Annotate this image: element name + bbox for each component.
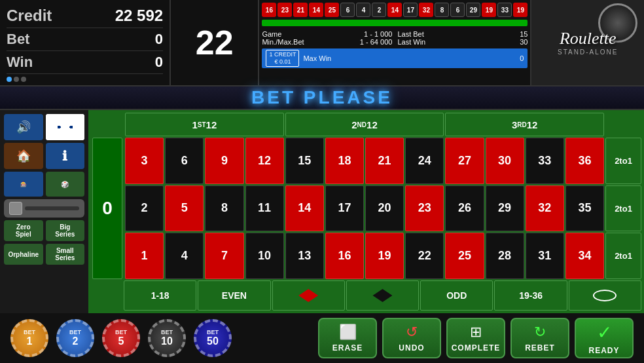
number-cell[interactable]: 1: [125, 233, 164, 279]
last-win-row: Last Win 30: [397, 38, 528, 46]
rebet-button[interactable]: ↻ REBET: [510, 318, 569, 358]
number-cell[interactable]: 9: [205, 138, 243, 184]
dot: [21, 77, 26, 82]
number-cell[interactable]: 34: [565, 233, 604, 279]
erase-button[interactable]: ⬜ ERASE: [318, 318, 377, 358]
two-to-one-bot[interactable]: 2to1: [605, 233, 641, 279]
number-cell[interactable]: 29: [486, 185, 524, 232]
number-panel: 22: [171, 0, 259, 85]
orphaline-button[interactable]: Orphaline: [4, 244, 43, 265]
info-button[interactable]: ℹ: [46, 143, 85, 169]
home-button[interactable]: 🏠: [4, 143, 43, 169]
rebet-label: REBET: [525, 343, 555, 353]
number-cell[interactable]: 25: [445, 233, 484, 279]
sound-button[interactable]: 🔊: [4, 114, 43, 140]
number-cell[interactable]: 28: [486, 233, 524, 279]
number-cell[interactable]: 21: [365, 138, 404, 184]
chip-5[interactable]: BET 5: [102, 319, 140, 357]
zero-col: 0: [91, 138, 124, 279]
bet-type-1[interactable]: 🎰: [4, 172, 43, 197]
chip-10[interactable]: BET 10: [148, 319, 186, 357]
number-cell[interactable]: 18: [325, 138, 364, 184]
number-cell[interactable]: 22: [405, 233, 444, 279]
zero-spiel-button[interactable]: ZeroSpiel: [4, 220, 43, 241]
number-cell[interactable]: 16: [325, 233, 364, 279]
number-cell[interactable]: 32: [526, 185, 564, 232]
history-number: 25: [325, 3, 339, 17]
dozen-3[interactable]: 3RD 12: [445, 113, 604, 136]
number-cell[interactable]: 17: [325, 185, 364, 232]
current-number: 22: [196, 26, 234, 60]
slider-handle[interactable]: [9, 202, 22, 215]
big-series-button[interactable]: BigSeries: [46, 220, 85, 241]
bet-please-text: BET PLEASE: [251, 87, 393, 108]
number-cell[interactable]: 30: [486, 138, 524, 184]
number-cell[interactable]: 12: [245, 138, 284, 184]
number-cell[interactable]: 6: [165, 138, 204, 184]
last-win-value: 30: [520, 38, 528, 46]
number-cell[interactable]: 4: [165, 233, 204, 279]
chip-50[interactable]: BET 50: [194, 319, 232, 357]
number-cell[interactable]: 8: [205, 185, 243, 232]
number-cell[interactable]: 11: [245, 185, 284, 232]
bet-even[interactable]: EVEN: [198, 280, 270, 311]
history-number: 32: [419, 3, 433, 17]
last-win-label: Last Win: [397, 38, 425, 46]
language-button[interactable]: [46, 114, 85, 140]
dozen-1[interactable]: 1ST 12: [125, 113, 284, 136]
bet-red[interactable]: [272, 280, 345, 311]
number-cell[interactable]: 24: [405, 138, 444, 184]
number-cell[interactable]: 35: [565, 185, 604, 232]
number-cell[interactable]: 33: [526, 138, 564, 184]
number-cell[interactable]: 31: [526, 233, 564, 279]
minmax-value: 1 - 64 000: [360, 38, 393, 46]
slider-track: [25, 206, 79, 210]
bet-slider[interactable]: [4, 199, 84, 218]
number-cell[interactable]: 36: [565, 138, 604, 184]
home-icon: 🏠: [16, 149, 31, 163]
two-to-one-top[interactable]: 2to1: [605, 138, 641, 184]
special-bets: ZeroSpiel BigSeries Orphaline SmallSerie…: [4, 220, 84, 265]
number-cell[interactable]: 10: [245, 233, 284, 279]
number-cell[interactable]: 2: [125, 185, 164, 232]
logo-text: Roulette: [558, 29, 618, 48]
number-cell[interactable]: 19: [365, 233, 404, 279]
complete-label: COMPLETE: [452, 343, 501, 353]
history-number: 23: [277, 3, 292, 17]
number-cell[interactable]: 26: [445, 185, 484, 232]
dozen-2[interactable]: 2ND 12: [285, 113, 444, 136]
history-number: 33: [497, 3, 512, 17]
bet-odd[interactable]: ODD: [420, 280, 493, 311]
zero-cell[interactable]: 0: [92, 138, 122, 279]
sidebar-top-buttons: 🔊 🏠 ℹ: [4, 114, 84, 169]
bet-please-bar: BET PLEASE: [0, 85, 644, 110]
chip-2-label: BET: [69, 329, 81, 335]
credit-row: Credit 22 592: [7, 4, 163, 28]
number-cell[interactable]: 15: [285, 138, 324, 184]
last-bet-label: Last Bet: [397, 30, 423, 38]
number-cell[interactable]: 13: [285, 233, 324, 279]
number-cell[interactable]: 23: [405, 185, 444, 232]
number-cell[interactable]: 14: [285, 185, 324, 232]
ready-button[interactable]: ✓ READY: [575, 318, 634, 358]
bet-label: Bet: [7, 31, 29, 48]
game-range: 1 - 1 000: [364, 30, 392, 38]
bet-oval[interactable]: [569, 280, 641, 311]
progress-bar: [262, 20, 528, 26]
oval-icon: [593, 290, 617, 301]
small-series-button[interactable]: SmallSeries: [46, 244, 85, 265]
complete-button[interactable]: ⊞ COMPLETE: [446, 318, 505, 358]
number-cell[interactable]: 5: [165, 185, 204, 232]
chip-1[interactable]: BET 1: [10, 319, 48, 357]
number-cell[interactable]: 20: [365, 185, 404, 232]
bet-type-2[interactable]: 🎲: [46, 172, 85, 197]
two-to-one-mid[interactable]: 2to1: [605, 185, 641, 232]
number-cell[interactable]: 3: [125, 138, 164, 184]
chip-2[interactable]: BET 2: [56, 319, 94, 357]
undo-button[interactable]: ↺ UNDO: [382, 318, 441, 358]
bet-black[interactable]: [346, 280, 419, 311]
bet-low[interactable]: 1-18: [124, 280, 196, 311]
bet-high[interactable]: 19-36: [494, 280, 567, 311]
number-cell[interactable]: 27: [445, 138, 484, 184]
number-cell[interactable]: 7: [205, 233, 243, 279]
